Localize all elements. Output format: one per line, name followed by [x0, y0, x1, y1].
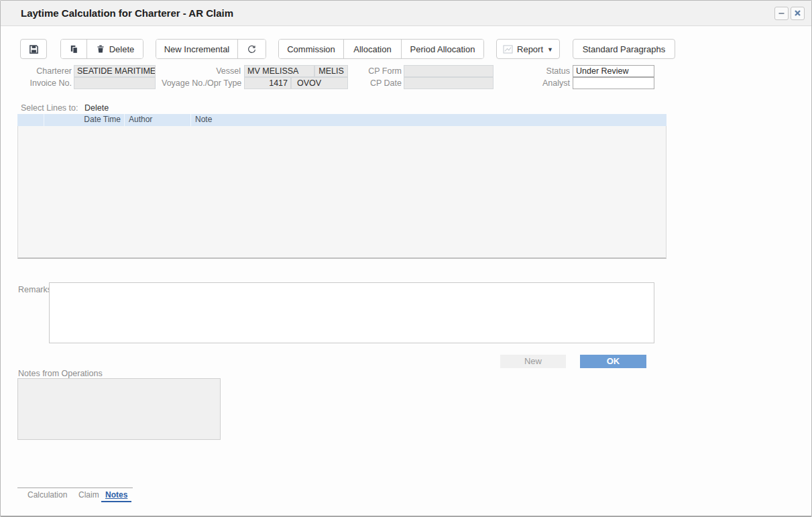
notes-from-operations-label: Notes from Operations: [18, 369, 103, 378]
column-header-select: [17, 114, 44, 126]
chevron-down-icon: ▼: [547, 46, 553, 53]
tab-strip-divider: [17, 487, 133, 488]
report-label: Report: [517, 44, 543, 54]
window-title: Laytime Calculation for Charterer - AR C…: [21, 7, 233, 19]
save-icon: [29, 44, 39, 54]
window-controls: [774, 7, 805, 20]
analyst-label: Analyst: [504, 78, 570, 89]
allocation-button[interactable]: Allocation: [343, 40, 401, 58]
notes-table-header: Date Time Author Note: [17, 114, 666, 126]
close-button[interactable]: [791, 7, 805, 20]
tab-notes[interactable]: Notes: [101, 490, 131, 502]
delete-button-label: Delete: [109, 44, 135, 54]
standard-paragraphs-button[interactable]: Standard Paragraphs: [573, 39, 675, 59]
select-lines-label: Select Lines to:: [21, 103, 78, 113]
charterer-label: Charterer: [1, 66, 72, 77]
new-button[interactable]: New: [500, 355, 566, 368]
notes-from-operations-field: [17, 378, 221, 440]
close-icon: [794, 9, 801, 17]
delete-lines-link[interactable]: Delete: [84, 103, 109, 113]
period-allocation-label: Period Allocation: [410, 44, 475, 54]
invoice-no-label: Invoice No.: [1, 78, 72, 89]
new-incremental-group: New Incremental: [156, 39, 266, 59]
notes-table-body[interactable]: [17, 126, 666, 259]
cp-date-field[interactable]: [404, 77, 494, 89]
save-button[interactable]: [20, 39, 47, 59]
cp-form-field[interactable]: [404, 65, 494, 77]
report-button[interactable]: Report ▼: [496, 39, 560, 59]
voyage-label: Voyage No./Opr Type: [162, 78, 241, 89]
new-incremental-label: New Incremental: [164, 44, 230, 54]
new-incremental-button[interactable]: New Incremental: [156, 40, 237, 58]
vessel-label: Vessel: [162, 66, 241, 77]
column-header-note[interactable]: Note: [190, 114, 666, 126]
copy-icon: [69, 44, 79, 54]
status-field[interactable]: Under Review: [573, 65, 654, 77]
minimize-button[interactable]: [774, 7, 789, 20]
charterer-field[interactable]: SEATIDE MARITIME: [74, 65, 156, 77]
invoice-no-field[interactable]: [74, 77, 156, 89]
column-header-author[interactable]: Author: [124, 114, 190, 126]
cp-form-label: CP Form: [329, 66, 402, 77]
copy-delete-group: Delete: [60, 39, 143, 59]
remarks-input[interactable]: [49, 282, 654, 343]
copy-button[interactable]: [61, 40, 86, 58]
chart-icon: [503, 45, 513, 54]
minimize-icon: [778, 9, 785, 17]
trash-icon: [96, 44, 105, 54]
cp-date-label: CP Date: [329, 78, 402, 89]
refresh-icon: [247, 44, 257, 54]
allocation-group: Commission Allocation Period Allocation: [278, 39, 484, 59]
vessel-name-field[interactable]: MV MELISSA: [244, 65, 314, 77]
status-label: Status: [504, 66, 570, 77]
commission-button[interactable]: Commission: [279, 40, 343, 58]
remarks-label: Remarks: [18, 285, 52, 294]
delete-button[interactable]: Delete: [86, 40, 143, 58]
tab-calculation[interactable]: Calculation: [27, 490, 67, 500]
ok-button[interactable]: OK: [580, 355, 646, 368]
period-allocation-button[interactable]: Period Allocation: [401, 40, 483, 58]
voyage-number-field[interactable]: 1417: [244, 77, 291, 89]
allocation-label: Allocation: [353, 44, 391, 54]
standard-paragraphs-label: Standard Paragraphs: [583, 44, 666, 54]
commission-label: Commission: [287, 44, 335, 54]
analyst-field[interactable]: [573, 77, 654, 89]
tab-claim[interactable]: Claim: [78, 490, 99, 500]
refresh-button[interactable]: [237, 40, 266, 58]
title-bar: Laytime Calculation for Charterer - AR C…: [1, 1, 811, 26]
column-header-date-time[interactable]: Date Time: [44, 114, 124, 126]
laytime-calculation-window: Laytime Calculation for Charterer - AR C…: [0, 0, 812, 517]
